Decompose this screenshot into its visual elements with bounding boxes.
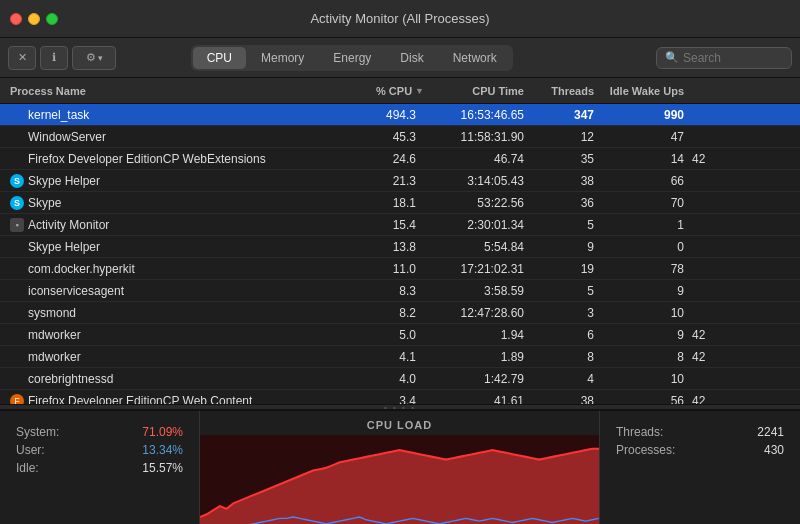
- col-header-threads[interactable]: Threads: [524, 85, 594, 97]
- process-cputime: 17:21:02.31: [424, 262, 524, 276]
- stat-user-label: User:: [16, 443, 45, 457]
- table-row[interactable]: sysmond 8.2 12:47:28.60 3 10: [0, 302, 800, 324]
- process-threads: 36: [524, 196, 594, 210]
- process-table[interactable]: kernel_task 494.3 16:53:46.65 347 990 Wi…: [0, 104, 800, 404]
- process-idle: 1: [594, 218, 684, 232]
- maximize-button[interactable]: [46, 13, 58, 25]
- stat-threads-label: Threads:: [616, 425, 663, 439]
- process-name-label: Skype Helper: [28, 174, 100, 188]
- process-cpu: 24.6: [344, 152, 424, 166]
- close-button[interactable]: [10, 13, 22, 25]
- table-row[interactable]: Skype Helper 13.8 5:54.84 9 0: [0, 236, 800, 258]
- process-icon: [10, 306, 24, 320]
- process-threads: 5: [524, 218, 594, 232]
- search-box[interactable]: 🔍: [656, 47, 792, 69]
- process-name: F Firefox Developer EditionCP Web Conten…: [4, 394, 344, 405]
- process-cputime: 41.61: [424, 394, 524, 405]
- table-row[interactable]: S Skype 18.1 53:22.56 36 70: [0, 192, 800, 214]
- process-icon: [10, 328, 24, 342]
- minimize-button[interactable]: [28, 13, 40, 25]
- table-header: Process Name % CPU ▼ CPU Time Threads Id…: [0, 78, 800, 104]
- process-idle: 14: [594, 152, 684, 166]
- process-name: kernel_task: [4, 108, 344, 122]
- stat-idle-value: 15.57%: [142, 461, 183, 475]
- search-input[interactable]: [683, 51, 783, 65]
- table-row[interactable]: WindowServer 45.3 11:58:31.90 12 47: [0, 126, 800, 148]
- stat-system-label: System:: [16, 425, 59, 439]
- table-row[interactable]: kernel_task 494.3 16:53:46.65 347 990: [0, 104, 800, 126]
- tab-group: CPU Memory Energy Disk Network: [191, 45, 513, 71]
- stat-user: User: 13.34%: [16, 443, 183, 457]
- skype-icon: S: [10, 196, 24, 210]
- process-threads: 6: [524, 328, 594, 342]
- chevron-down-icon: ▾: [98, 53, 103, 63]
- table-row[interactable]: Firefox Developer EditionCP WebExtension…: [0, 148, 800, 170]
- process-name: Firefox Developer EditionCP WebExtension…: [4, 152, 344, 166]
- table-row[interactable]: S Skype Helper 21.3 3:14:05.43 38 66: [0, 170, 800, 192]
- sort-arrow: ▼: [415, 86, 424, 96]
- table-row[interactable]: mdworker 5.0 1.94 6 9 42: [0, 324, 800, 346]
- process-name-label: sysmond: [28, 306, 76, 320]
- info-button[interactable]: ℹ: [40, 46, 68, 70]
- col-header-process[interactable]: Process Name: [4, 85, 344, 97]
- stat-system-value: 71.09%: [142, 425, 183, 439]
- process-name-label: mdworker: [28, 350, 81, 364]
- firefox-icon: F: [10, 394, 24, 405]
- stat-threads: Threads: 2241: [616, 425, 784, 439]
- table-row[interactable]: com.docker.hyperkit 11.0 17:21:02.31 19 …: [0, 258, 800, 280]
- process-icon: [10, 350, 24, 364]
- process-idle: 10: [594, 306, 684, 320]
- back-icon: ✕: [18, 51, 27, 64]
- process-threads: 3: [524, 306, 594, 320]
- process-icon: [10, 152, 24, 166]
- process-idle: 9: [594, 328, 684, 342]
- process-idle: 9: [594, 284, 684, 298]
- col-header-idlewakeups[interactable]: Idle Wake Ups: [594, 85, 684, 97]
- tab-memory[interactable]: Memory: [247, 47, 318, 69]
- process-cpu: 4.1: [344, 350, 424, 364]
- process-name-label: kernel_task: [28, 108, 89, 122]
- stat-user-value: 13.34%: [142, 443, 183, 457]
- info-icon: ℹ: [52, 51, 56, 64]
- process-name: S Skype: [4, 196, 344, 210]
- process-name-label: iconservicesagent: [28, 284, 124, 298]
- process-name-label: Skype: [28, 196, 61, 210]
- tab-disk[interactable]: Disk: [386, 47, 437, 69]
- table-row[interactable]: corebrightnessd 4.0 1:42.79 4 10: [0, 368, 800, 390]
- table-row[interactable]: ▪ Activity Monitor 15.4 2:30:01.34 5 1: [0, 214, 800, 236]
- stat-processes: Processes: 430: [616, 443, 784, 457]
- process-name-label: Firefox Developer EditionCP Web Content: [28, 394, 252, 405]
- cpu-chart-panel: CPU LOAD: [200, 411, 600, 524]
- tab-energy[interactable]: Energy: [319, 47, 385, 69]
- titlebar: Activity Monitor (All Processes): [0, 0, 800, 38]
- table-row[interactable]: iconservicesagent 8.3 3:58.59 5 9: [0, 280, 800, 302]
- activity-icon: ▪: [10, 218, 24, 232]
- process-extra: 42: [684, 394, 796, 405]
- process-threads: 8: [524, 350, 594, 364]
- process-cputime: 3:58.59: [424, 284, 524, 298]
- tab-network[interactable]: Network: [439, 47, 511, 69]
- process-cpu: 13.8: [344, 240, 424, 254]
- process-name-label: mdworker: [28, 328, 81, 342]
- process-cputime: 5:54.84: [424, 240, 524, 254]
- col-header-cputime[interactable]: CPU Time: [424, 85, 524, 97]
- process-name: mdworker: [4, 350, 344, 364]
- table-row[interactable]: mdworker 4.1 1.89 8 8 42: [0, 346, 800, 368]
- toolbar: ✕ ℹ ⚙ ▾ CPU Memory Energy Disk Network 🔍: [0, 38, 800, 78]
- process-idle: 56: [594, 394, 684, 405]
- stat-idle-label: Idle:: [16, 461, 39, 475]
- process-name: mdworker: [4, 328, 344, 342]
- back-button[interactable]: ✕: [8, 46, 36, 70]
- process-extra: 42: [684, 350, 796, 364]
- cpu-chart-area: [200, 435, 599, 524]
- process-cputime: 46.74: [424, 152, 524, 166]
- process-name-label: com.docker.hyperkit: [28, 262, 135, 276]
- traffic-lights: [10, 13, 58, 25]
- process-cputime: 11:58:31.90: [424, 130, 524, 144]
- process-cpu: 4.0: [344, 372, 424, 386]
- tab-cpu[interactable]: CPU: [193, 47, 246, 69]
- gear-button[interactable]: ⚙ ▾: [72, 46, 116, 70]
- process-idle: 78: [594, 262, 684, 276]
- col-header-cpu[interactable]: % CPU ▼: [344, 85, 424, 97]
- process-extra: 42: [684, 328, 796, 342]
